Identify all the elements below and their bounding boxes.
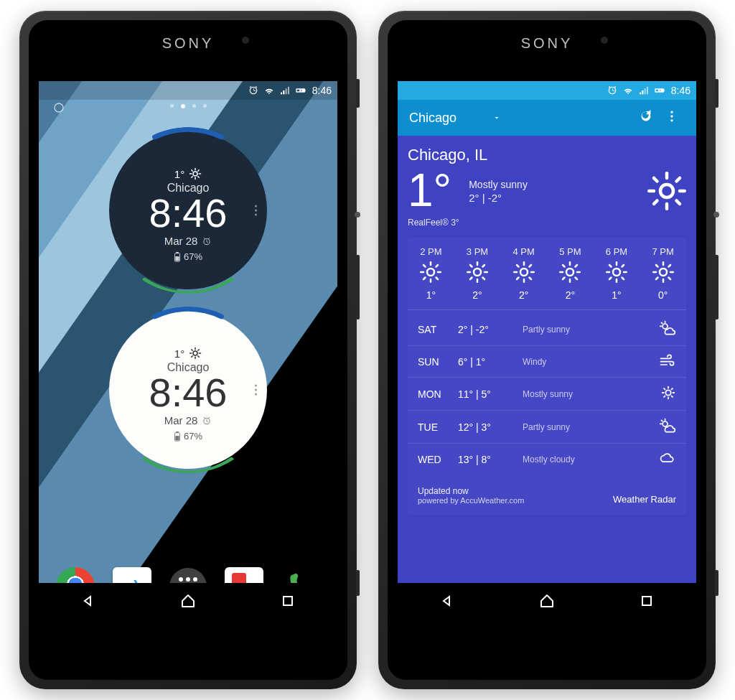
brand-logo: SONY [162,35,215,52]
day-icon [655,418,676,436]
daily-row: SAT2° | -2°Partly sunny [408,313,686,346]
status-time: 8:46 [312,85,332,96]
hour-temp: 2° [547,289,594,301]
city-selector[interactable]: Chicago [409,111,501,126]
svg-line-8 [192,177,193,178]
svg-line-9 [198,170,200,172]
alarm-icon [607,85,618,96]
google-now-icon[interactable] [53,102,65,113]
power-button [713,212,719,218]
svg-rect-25 [176,431,179,433]
hourly-item: 5 PM2° [547,246,594,301]
current-temp: 1° [408,167,451,213]
svg-line-73 [576,278,578,280]
status-time: 8:46 [671,85,690,96]
hourly-forecast[interactable]: 2 PM1°3 PM2°4 PM2°5 PM2°6 PM1°7 PM0° [408,238,686,310]
widget-city: Chicago [167,182,210,195]
svg-rect-27 [284,597,292,605]
day-name: WED [418,454,458,465]
svg-line-65 [517,278,519,280]
alarm-icon [202,236,212,246]
front-camera [601,37,608,44]
hour-temp: 2° [454,289,501,301]
svg-line-110 [661,420,662,421]
back-button[interactable] [80,592,97,610]
svg-line-97 [661,322,662,323]
hour-label: 4 PM [500,246,547,257]
hourly-item: 7 PM0° [640,246,686,301]
svg-line-39 [677,178,680,182]
daily-forecast[interactable]: SAT2° | -2°Partly sunnySUN6° | 1°WindyMO… [408,310,686,477]
back-button[interactable] [439,592,456,610]
sun-icon [647,172,686,210]
clock-widget-light[interactable]: 1° Chicago 8:46 Mar 28 67% [109,311,267,469]
svg-point-0 [55,103,63,112]
svg-point-85 [660,269,667,276]
refresh-button[interactable] [633,108,659,127]
hourly-item: 4 PM2° [500,246,547,301]
hour-temp: 1° [594,289,640,301]
day-icon [655,320,676,338]
svg-point-1 [193,172,197,176]
svg-line-81 [609,265,612,267]
svg-line-38 [654,201,657,205]
recents-button[interactable] [638,592,655,610]
svg-point-49 [474,269,481,276]
hourly-item: 3 PM2° [454,246,501,301]
battery-icon [174,431,181,442]
day-condition: Partly sunny [523,325,655,335]
svg-line-57 [483,265,485,267]
widget-date: Mar 28 [164,414,198,426]
home-screen: 8:46 [39,81,337,619]
daily-row: SUN6° | 1°Windy [408,346,686,378]
powered-by: powered by AccuWeather.com [418,496,524,505]
svg-point-67 [566,269,574,276]
weather-radar-link[interactable]: Weather Radar [613,494,676,505]
side-button [356,79,360,108]
navigation-bar [398,583,696,619]
clock-widget-dark[interactable]: 1° Chicago 8:46 Mar 28 67% [109,131,267,289]
widget-city: Chicago [167,361,210,374]
current-weather: 1° Mostly sunny 2° | -2° [408,167,686,213]
daily-row: WED13° | 8°Mostly cloudy [408,444,686,475]
recents-button[interactable] [279,592,296,610]
svg-line-82 [622,278,624,280]
svg-line-92 [656,278,658,280]
svg-point-31 [660,185,673,197]
page-indicator[interactable] [39,100,337,110]
sun-icon [189,167,202,180]
front-camera [242,37,249,44]
realfeel: RealFeel® 3° [408,218,686,228]
svg-line-63 [517,265,519,267]
alarm-icon [202,416,212,426]
svg-rect-12 [176,252,179,253]
home-button[interactable] [179,592,197,610]
svg-line-36 [654,178,657,182]
hourly-item: 2 PM1° [408,246,454,301]
svg-line-20 [198,356,200,358]
svg-rect-26 [175,436,179,440]
svg-point-58 [520,269,528,276]
svg-line-48 [436,265,439,267]
svg-line-55 [483,278,485,280]
day-temp: 12° | 3° [458,421,523,433]
camera-button [715,570,718,596]
home-button[interactable] [538,592,556,610]
day-temp: 6° | 1° [458,356,523,368]
svg-line-91 [668,278,670,280]
weather-toolbar: Chicago [398,100,696,136]
svg-line-72 [563,265,565,267]
svg-line-103 [664,388,665,389]
weather-location: Chicago, IL [408,146,686,164]
overflow-button[interactable] [659,109,685,126]
svg-line-64 [529,278,531,280]
svg-line-106 [672,388,673,389]
volume-rocker [715,255,718,319]
phone-right: SONY 8:46 Chicago [378,11,716,689]
dropdown-icon [492,113,501,122]
day-condition: Mostly cloudy [523,454,655,465]
svg-line-104 [672,396,673,397]
svg-line-90 [656,265,658,267]
svg-line-6 [192,170,193,172]
signal-icon [279,85,291,96]
